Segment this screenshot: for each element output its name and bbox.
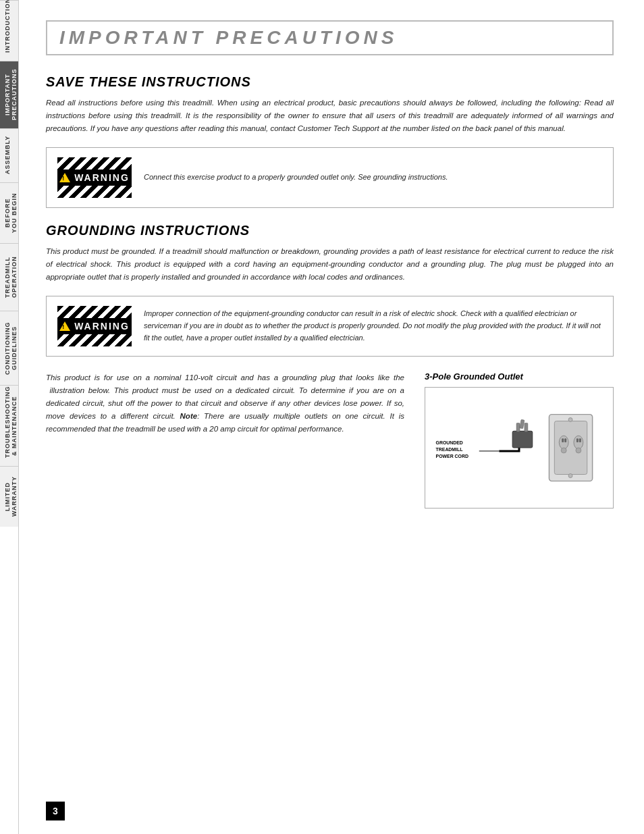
svg-point-17 xyxy=(576,448,581,453)
warning-box-2: WARNING Improper connection of the equip… xyxy=(46,296,614,357)
bottom-body-text: This product is for use on a nominal 110… xyxy=(46,371,404,509)
bottom-note-bold: Note xyxy=(180,412,198,420)
warning-stripe-top-2 xyxy=(57,306,132,318)
warning-stripe-top-1 xyxy=(57,157,132,170)
svg-text:POWER CORD: POWER CORD xyxy=(436,454,468,459)
outlet-illustration: 3-Pole Grounded Outlet GROUNDED TREADMIL… xyxy=(425,371,614,509)
warning-triangle-icon-2 xyxy=(59,321,70,331)
sidebar-item-limited-warranty[interactable]: LIMITED WARRANTY xyxy=(0,466,18,527)
section-save-instructions: SAVE THESE INSTRUCTIONS Read all instruc… xyxy=(46,74,614,135)
section-grounding-instructions: GROUNDING INSTRUCTIONS This product must… xyxy=(46,223,614,284)
page-title: IMPORTANT PRECAUTIONS xyxy=(46,20,614,55)
sidebar-item-conditioning-guidelines[interactable]: CONDITIONING GUIDELINES xyxy=(0,311,18,385)
warning-triangle-icon-1 xyxy=(59,173,70,182)
svg-point-14 xyxy=(574,436,583,449)
main-content: IMPORTANT PRECAUTIONS SAVE THESE INSTRUC… xyxy=(19,0,644,834)
save-instructions-heading: SAVE THESE INSTRUCTIONS xyxy=(46,74,614,90)
svg-rect-5 xyxy=(516,423,520,432)
svg-point-19 xyxy=(568,473,572,477)
warning-text-2: Improper connection of the equipment-gro… xyxy=(144,308,602,344)
svg-point-10 xyxy=(559,436,568,449)
save-instructions-body: Read all instructions before using this … xyxy=(46,97,614,135)
warning-stripe-bottom-2 xyxy=(57,334,132,346)
bottom-section: This product is for use on a nominal 110… xyxy=(46,371,614,509)
warning-badge-2: WARNING xyxy=(57,306,132,346)
svg-text:GROUNDED: GROUNDED xyxy=(436,440,463,445)
sidebar-item-important-precautions[interactable]: IMPORTANT PRECAUTIONS xyxy=(0,61,18,128)
outlet-svg: GROUNDED TREADMILL POWER CORD xyxy=(432,394,606,501)
svg-point-13 xyxy=(561,448,566,453)
warning-label-1: WARNING xyxy=(57,170,132,186)
sidebar-item-before-you-begin[interactable]: BEFORE YOU BEGIN xyxy=(0,182,18,243)
bottom-text-content: This product is for use on a nominal 110… xyxy=(46,373,404,433)
svg-rect-4 xyxy=(512,431,533,448)
warning-label-2: WARNING xyxy=(57,318,132,334)
svg-rect-15 xyxy=(576,438,579,442)
svg-rect-6 xyxy=(525,423,528,432)
svg-rect-16 xyxy=(579,438,581,442)
svg-rect-9 xyxy=(554,421,587,474)
page-number: 3 xyxy=(46,802,65,820)
svg-text:TREADMILL: TREADMILL xyxy=(436,447,463,452)
grounding-body: This product must be grounded. If a trea… xyxy=(46,245,614,284)
warning-stripe-bottom-1 xyxy=(57,186,132,198)
svg-rect-12 xyxy=(564,438,566,442)
sidebar-item-introduction[interactable]: INTRODUCTION xyxy=(0,0,18,61)
sidebar-item-troubleshooting[interactable]: TROUBLESHOOTING & MAINTENANCE xyxy=(0,385,18,466)
warning-box-1: WARNING Connect this exercise product to… xyxy=(46,147,614,208)
warning-text-1: Connect this exercise product to a prope… xyxy=(144,172,602,184)
warning-badge-1: WARNING xyxy=(57,157,132,198)
svg-rect-7 xyxy=(520,419,525,428)
svg-rect-11 xyxy=(562,438,564,442)
svg-point-18 xyxy=(568,417,572,421)
outlet-title: 3-Pole Grounded Outlet xyxy=(425,371,614,382)
outlet-box: GROUNDED TREADMILL POWER CORD xyxy=(425,387,614,509)
grounding-heading: GROUNDING INSTRUCTIONS xyxy=(46,223,614,238)
sidebar: INTRODUCTION IMPORTANT PRECAUTIONS ASSEM… xyxy=(0,0,19,834)
sidebar-item-treadmill-operation[interactable]: TREADMILL OPERATION xyxy=(0,243,18,311)
sidebar-item-assembly[interactable]: ASSEMBLY xyxy=(0,128,18,182)
